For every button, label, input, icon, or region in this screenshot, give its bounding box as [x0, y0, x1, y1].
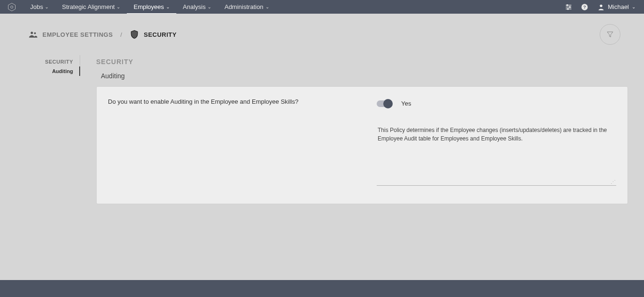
svg-marker-0	[8, 3, 16, 11]
funnel-icon	[606, 31, 614, 38]
chevron-down-icon: ⌄	[45, 4, 49, 9]
breadcrumb-separator: /	[120, 31, 122, 38]
resize-grip-icon[interactable]: ⋰	[611, 180, 615, 184]
breadcrumb-row: EMPLOYEE SETTINGS / SECURITY	[0, 14, 644, 55]
shield-icon	[130, 30, 139, 39]
nav-item-label: Strategic Alignment	[62, 3, 115, 10]
nav-item-label: Jobs	[30, 3, 43, 10]
breadcrumb-security[interactable]: SECURITY	[130, 30, 177, 39]
svg-point-5	[567, 4, 568, 6]
breadcrumb-employee-settings[interactable]: EMPLOYEE SETTINGS	[28, 30, 113, 39]
sidebar-item-auditing[interactable]: Auditing	[6, 66, 73, 76]
svg-text:?: ?	[583, 5, 586, 9]
help-icon: ?	[581, 3, 588, 11]
setting-controls: Yes This Policy determines if the Employ…	[377, 98, 616, 187]
breadcrumb-label: EMPLOYEE SETTINGS	[42, 31, 113, 38]
chevron-down-icon: ⌄	[265, 4, 269, 9]
filter-button[interactable]	[600, 24, 620, 45]
toggle-row: Yes	[377, 100, 616, 107]
svg-point-11	[31, 32, 33, 34]
settings-card: Do you want to enable Auditing in the Em…	[96, 86, 628, 204]
nav-item-administration[interactable]: Administration ⌄	[218, 0, 275, 14]
auditing-toggle[interactable]	[377, 100, 392, 107]
toggle-knob	[383, 99, 393, 108]
main-subsection-title: Auditing	[101, 72, 628, 80]
chevron-down-icon: ⌄	[166, 4, 170, 9]
nav-item-analysis[interactable]: Analysis ⌄	[176, 0, 218, 14]
footer-bar	[0, 280, 644, 297]
setting-question: Do you want to enable Auditing in the Em…	[108, 98, 363, 187]
nav-item-label: Administration	[224, 3, 263, 10]
main-section-title: SECURITY	[96, 58, 628, 66]
nav-item-label: Employees	[133, 3, 164, 10]
nav-item-employees[interactable]: Employees ⌄	[127, 0, 176, 14]
setting-description[interactable]: This Policy determines if the Employee c…	[377, 123, 616, 186]
settings-sliders-button[interactable]	[561, 0, 577, 14]
body-content: SECURITY Auditing SECURITY Auditing Do y…	[0, 55, 644, 204]
nav-item-strategic-alignment[interactable]: Strategic Alignment ⌄	[55, 0, 127, 14]
people-icon	[28, 30, 38, 39]
svg-point-12	[34, 33, 36, 34]
sliders-icon	[565, 3, 572, 11]
breadcrumb-label: SECURITY	[144, 31, 177, 38]
user-icon	[597, 3, 605, 11]
app-logo[interactable]	[0, 0, 24, 14]
chevron-down-icon: ⌄	[632, 4, 636, 9]
nav-item-jobs[interactable]: Jobs ⌄	[24, 0, 55, 14]
svg-point-1	[11, 6, 13, 8]
sidebar-item-label: Auditing	[52, 68, 73, 74]
nav-item-label: Analysis	[183, 3, 206, 10]
svg-point-7	[568, 8, 569, 9]
svg-point-6	[570, 6, 571, 8]
svg-marker-13	[607, 32, 613, 37]
setting-description-text: This Policy determines if the Employee c…	[378, 127, 607, 142]
toggle-value-label: Yes	[401, 100, 411, 107]
chevron-down-icon: ⌄	[207, 4, 211, 9]
user-menu[interactable]: Michael ⌄	[593, 3, 640, 11]
chevron-down-icon: ⌄	[116, 4, 120, 9]
settings-sidebar: SECURITY Auditing	[6, 55, 80, 76]
user-name: Michael	[608, 3, 629, 10]
svg-point-10	[600, 4, 603, 7]
top-navigation: Jobs ⌄ Strategic Alignment ⌄ Employees ⌄…	[0, 0, 644, 14]
help-button[interactable]: ?	[577, 0, 593, 14]
sidebar-section-title: SECURITY	[6, 58, 73, 66]
main-panel: SECURITY Auditing Do you want to enable …	[80, 55, 639, 204]
hexagon-icon	[7, 2, 17, 12]
